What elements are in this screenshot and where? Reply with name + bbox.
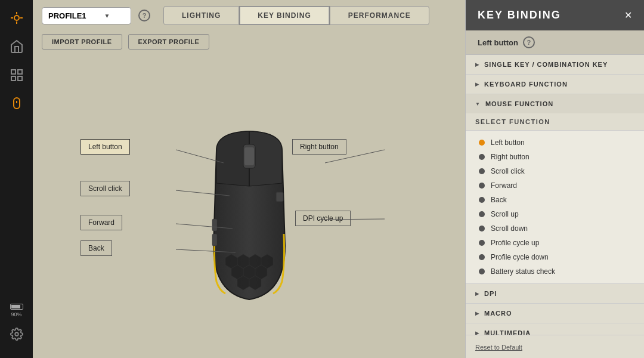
- function-dot-battery-status: [479, 268, 485, 274]
- function-label-left-button: Left button: [491, 138, 525, 147]
- svg-rect-10: [244, 147, 254, 165]
- battery-bar: [10, 304, 23, 310]
- tab-key-binding[interactable]: KEY BINDING: [239, 6, 329, 25]
- svg-rect-22: [276, 192, 283, 202]
- panel-title: KEY BINDING: [478, 9, 561, 21]
- sidebar: 90%: [0, 0, 33, 358]
- function-label-right-button: Right button: [491, 153, 530, 161]
- svg-rect-3: [11, 76, 16, 81]
- svg-rect-4: [18, 76, 22, 81]
- function-dot-right-button: [479, 154, 485, 160]
- close-panel-button[interactable]: ✕: [624, 10, 632, 21]
- function-item-profile-cycle-down[interactable]: Profile cycle down: [475, 250, 634, 264]
- mouse-function-header[interactable]: ▼ MOUSE FUNCTION: [466, 94, 644, 113]
- main-content: PROFILE1 ▼ ? LIGHTING KEY BINDING PERFOR…: [33, 0, 465, 358]
- forward-label[interactable]: Forward: [80, 215, 122, 230]
- function-label-scroll-down: Scroll down: [491, 224, 528, 233]
- select-function-label: SELECT FUNCTION: [475, 118, 550, 125]
- current-button-subtitle: Left button ?: [466, 30, 644, 55]
- function-dot-scroll-up: [479, 211, 485, 217]
- tab-buttons: LIGHTING KEY BINDING PERFORMANCE: [163, 6, 429, 25]
- mouse-illustration: [184, 115, 315, 317]
- function-item-back[interactable]: Back: [475, 193, 634, 207]
- svg-rect-2: [18, 70, 22, 74]
- function-label-scroll-up: Scroll up: [491, 210, 519, 218]
- function-item-scroll-down[interactable]: Scroll down: [475, 221, 634, 236]
- function-item-scroll-click[interactable]: Scroll click: [475, 164, 634, 178]
- mouse-function-list: Left button Right button Scroll click Fo…: [466, 131, 644, 283]
- panel-scroll-area[interactable]: ▶ SINGLE KEY / COMBINATION KEY ▶ KEYBOAR…: [466, 55, 644, 335]
- select-function-header: SELECT FUNCTION: [466, 113, 644, 131]
- mouse-device-icon[interactable]: [5, 92, 29, 116]
- battery-percent: 90%: [11, 311, 21, 317]
- function-item-left-button[interactable]: Left button: [475, 135, 634, 150]
- multimedia-header[interactable]: ▶ MULTIMEDIA: [466, 323, 644, 335]
- left-button-label[interactable]: Left button: [80, 139, 130, 155]
- dpi-label: DPI: [484, 290, 497, 297]
- dpi-header[interactable]: ▶ DPI: [466, 284, 644, 303]
- accordion-single-key: ▶ SINGLE KEY / COMBINATION KEY: [466, 55, 644, 75]
- keyboard-function-label: KEYBOARD FUNCTION: [484, 81, 568, 88]
- reset-to-default-button[interactable]: Reset to Default: [475, 344, 522, 351]
- function-item-forward[interactable]: Forward: [475, 178, 634, 193]
- profile-select[interactable]: PROFILE1 ▼: [42, 7, 131, 24]
- function-label-profile-cycle-down: Profile cycle down: [491, 253, 549, 261]
- function-dot-profile-cycle-up: [479, 240, 485, 246]
- scroll-click-label[interactable]: Scroll click: [80, 181, 130, 196]
- multimedia-label: MULTIMEDIA: [484, 329, 531, 335]
- profile-dropdown-arrow: ▼: [104, 13, 110, 19]
- current-button-name: Left button: [478, 38, 518, 47]
- svg-rect-20: [212, 219, 217, 231]
- right-panel: KEY BINDING ✕ Left button ? ▶ SINGLE KEY…: [465, 0, 644, 358]
- accordion-macro: ▶ MACRO: [466, 304, 644, 323]
- panel-header: KEY BINDING ✕: [466, 0, 644, 30]
- function-item-scroll-up[interactable]: Scroll up: [475, 207, 634, 221]
- function-dot-left-button: [479, 140, 485, 146]
- accordion-keyboard-function: ▶ KEYBOARD FUNCTION: [466, 75, 644, 94]
- svg-point-0: [14, 16, 19, 20]
- macro-label: MACRO: [484, 310, 512, 317]
- keyboard-function-header[interactable]: ▶ KEYBOARD FUNCTION: [466, 75, 644, 94]
- function-label-battery-status: Battery status check: [491, 267, 555, 276]
- mouse-diagram-area: Left button Right button Scroll click Fo…: [33, 53, 465, 358]
- battery-status: 90%: [10, 304, 23, 317]
- button-help-icon[interactable]: ?: [523, 36, 535, 48]
- import-profile-button[interactable]: IMPORT PROFILE: [42, 34, 122, 50]
- keyboard-function-arrow: ▶: [475, 82, 479, 87]
- accordion-multimedia: ▶ MULTIMEDIA: [466, 323, 644, 335]
- single-key-header[interactable]: ▶ SINGLE KEY / COMBINATION KEY: [466, 55, 644, 74]
- battery-fill: [11, 305, 20, 308]
- function-label-forward: Forward: [491, 181, 517, 190]
- svg-rect-1: [11, 70, 16, 74]
- svg-point-7: [15, 332, 18, 336]
- single-key-label: SINGLE KEY / COMBINATION KEY: [484, 61, 608, 68]
- function-label-back: Back: [491, 196, 507, 204]
- function-item-right-button[interactable]: Right button: [475, 150, 634, 164]
- accordion-dpi: ▶ DPI: [466, 284, 644, 304]
- single-key-arrow: ▶: [475, 62, 479, 67]
- function-dot-scroll-down: [479, 226, 485, 232]
- export-profile-button[interactable]: EXPORT PROFILE: [128, 34, 210, 50]
- function-dot-back: [479, 197, 485, 203]
- back-label[interactable]: Back: [80, 240, 112, 256]
- panel-footer: Reset to Default: [466, 335, 644, 358]
- tab-lighting[interactable]: LIGHTING: [163, 6, 239, 25]
- profile-help-icon[interactable]: ?: [138, 10, 150, 21]
- function-label-profile-cycle-up: Profile cycle up: [491, 239, 539, 247]
- function-item-battery-status[interactable]: Battery status check: [475, 264, 634, 279]
- svg-rect-21: [212, 234, 217, 246]
- function-dot-forward: [479, 183, 485, 189]
- logo-icon[interactable]: [5, 6, 29, 30]
- profile-name: PROFILE1: [48, 11, 86, 20]
- settings-icon[interactable]: [5, 322, 29, 346]
- function-item-profile-cycle-up[interactable]: Profile cycle up: [475, 236, 634, 250]
- accordion-mouse-function: ▼ MOUSE FUNCTION SELECT FUNCTION Left bu…: [466, 94, 644, 284]
- function-label-scroll-click: Scroll click: [491, 167, 525, 175]
- home-icon[interactable]: [5, 35, 29, 58]
- macro-header[interactable]: ▶ MACRO: [466, 304, 644, 323]
- action-buttons: IMPORT PROFILE EXPORT PROFILE: [33, 31, 465, 53]
- function-dot-profile-cycle-down: [479, 254, 485, 260]
- grid-icon[interactable]: [5, 63, 29, 87]
- mouse-function-label: MOUSE FUNCTION: [485, 100, 553, 107]
- tab-performance[interactable]: PERFORMANCE: [330, 6, 429, 25]
